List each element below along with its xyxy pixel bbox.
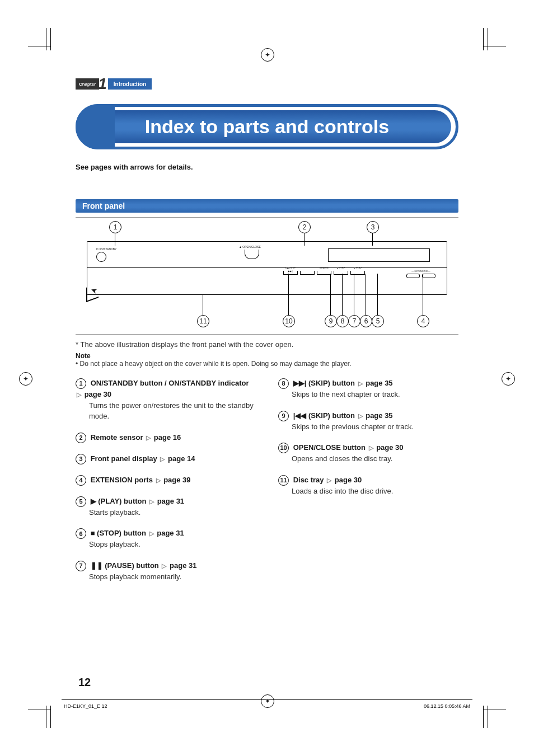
item-number: 10 (278, 443, 289, 453)
page-arrow-icon: ▷ (369, 443, 373, 453)
callout-line (115, 233, 115, 246)
skip-next-icon: ▶▶| (293, 379, 307, 387)
callout-7: 7 (348, 315, 360, 327)
stop-icon: ■ (91, 529, 95, 537)
play-button-icon (350, 271, 365, 275)
item-page: page 35 (366, 379, 392, 387)
callout-line (372, 233, 373, 246)
callout-10: 10 (283, 315, 295, 327)
front-panel-diagram: I/ ON/STANDBY ▲ OPEN/CLOSE (76, 217, 458, 335)
registration-target-icon (19, 372, 32, 386)
item-title: (SKIP) button (308, 411, 355, 420)
item-title: (PAUSE) button (105, 561, 159, 570)
extension-ports-icon: — EXTENSION — (406, 270, 435, 278)
item-4: 4 EXTENSION ports ▷ page 39 (76, 475, 256, 486)
item-title: OPEN/CLOSE button (293, 443, 366, 452)
item-number: 3 (76, 454, 86, 464)
item-number: 6 (76, 528, 86, 539)
page-arrow-icon: ▷ (327, 476, 331, 485)
callout-line (304, 233, 305, 246)
footer-left-text: HD-E1KY_01_E 12 (64, 703, 107, 709)
item-number: 8 (278, 378, 289, 389)
open-close-label: ▲ OPEN/CLOSE (239, 245, 261, 248)
item-2: 2 Remote sensor ▷ page 16 (76, 432, 256, 443)
page-arrow-icon: ▷ (149, 497, 154, 506)
page-arrow-icon: ▷ (358, 411, 363, 421)
callout-line (288, 274, 289, 315)
page-arrow-icon: ▷ (146, 433, 151, 443)
callout-line (330, 274, 331, 315)
skip-next-button-icon (300, 271, 315, 275)
crop-mark-icon (467, 689, 500, 722)
item-desc: Loads a disc into the disc drive. (292, 486, 458, 497)
item-page: page 16 (154, 433, 181, 442)
panel-divider (87, 267, 447, 268)
item-desc: Starts playback. (89, 507, 256, 518)
page-title: Index to parts and controls (83, 110, 451, 143)
control-button-row (283, 271, 365, 275)
item-title: Front panel display (91, 454, 157, 463)
item-title: (PLAY) button (98, 497, 146, 505)
item-page: page 31 (157, 529, 184, 537)
display-window-icon (328, 248, 430, 262)
item-title: EXTENSION ports (91, 476, 153, 484)
registration-target-icon (502, 372, 515, 386)
power-button-icon (96, 252, 106, 262)
item-desc: Skips to the previous chapter or track. (292, 421, 458, 433)
footer-divider (62, 699, 472, 700)
item-desc: Stops playback momentarily. (89, 571, 256, 583)
page-arrow-icon: ▷ (149, 529, 154, 538)
item-number: 9 (278, 411, 289, 421)
play-icon: ▶ (91, 497, 96, 505)
item-desc: Turns the power on/restores the unit to … (89, 400, 256, 422)
item-number: 2 (76, 433, 86, 443)
item-3: 3 Front panel display ▷ page 14 (76, 453, 256, 464)
callout-line (342, 274, 343, 315)
footer-right-text: 06.12.15 0:05:46 AM (424, 703, 470, 709)
open-close-slot-icon (245, 250, 259, 259)
crop-mark-icon (467, 34, 500, 67)
crop-mark-icon (34, 689, 67, 722)
callout-line (203, 295, 203, 315)
page-arrow-icon: ▷ (156, 476, 161, 485)
item-desc: Skips to the next chapter or track. (292, 389, 458, 400)
crop-mark-icon (34, 34, 67, 67)
item-number: 7 (76, 561, 86, 571)
device-outline: I/ ON/STANDBY ▲ OPEN/CLOSE (87, 241, 447, 295)
item-page: page 31 (157, 497, 184, 505)
chapter-label: Chapter (76, 78, 99, 90)
page-number: 12 (78, 676, 91, 689)
lead-text: See pages with arrows for details. (76, 163, 458, 171)
note-body: • Do not place a heavy object on the cov… (76, 360, 458, 368)
page-arrow-icon: ▷ (358, 379, 363, 388)
item-1: 1 ON/STANDBY button / ON/STANDBY indicat… (76, 378, 256, 422)
item-title: (SKIP) button (308, 379, 355, 387)
item-6: 6 ■ (STOP) button ▷ page 31 Stops playba… (76, 528, 256, 550)
skip-prev-button-icon (283, 271, 298, 275)
diagram-footnote: * The above illustration displays the fr… (76, 340, 458, 349)
callout-5: 5 (372, 315, 384, 327)
item-page: page 14 (168, 454, 195, 463)
item-title: Remote sensor (91, 433, 143, 442)
item-page: page 30 (335, 476, 362, 484)
description-columns: 1 ON/STANDBY button / ON/STANDBY indicat… (76, 378, 458, 592)
item-9: 9 |◀◀ (SKIP) button ▷ page 35 Skips to t… (278, 410, 458, 433)
item-7: 7 ❚❚ (PAUSE) button ▷ page 31 Stops play… (76, 560, 256, 583)
item-5: 5 ▶ (PLAY) button ▷ page 31 Starts playb… (76, 496, 256, 518)
item-10: 10 OPEN/CLOSE button ▷ page 30 Opens and… (278, 442, 458, 464)
pause-icon: ❚❚ (91, 561, 103, 570)
item-title: ON/STANDBY button / ON/STANDBY indicator (91, 379, 249, 387)
callout-9: 9 (325, 315, 337, 327)
callout-3: 3 (367, 221, 379, 233)
callout-line (423, 274, 423, 315)
section-heading: Front panel (76, 199, 458, 213)
item-8: 8 ▶▶| (SKIP) button ▷ page 35 Skips to t… (278, 378, 458, 400)
item-page: page 30 (85, 390, 111, 398)
callout-4: 4 (417, 315, 429, 327)
chapter-tab: Chapter 1 Introduction (76, 78, 458, 90)
page-arrow-icon: ▷ (77, 390, 81, 400)
item-title: (STOP) button (97, 529, 146, 537)
item-title: Disc tray (293, 476, 324, 484)
item-desc: Stops playback. (89, 539, 256, 550)
right-column: 8 ▶▶| (SKIP) button ▷ page 35 Skips to t… (278, 378, 458, 592)
